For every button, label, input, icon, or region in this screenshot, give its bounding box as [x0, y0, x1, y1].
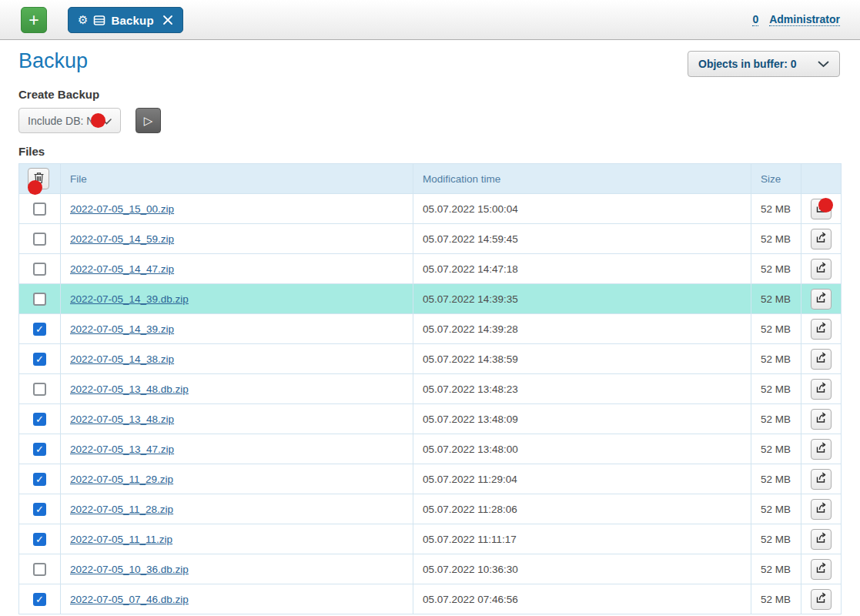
row-checkbox[interactable]	[33, 473, 46, 486]
mtime-cell: 05.07.2022 13:48:00	[413, 434, 751, 464]
table-row: 2022-07-05_13_48.db.zip 05.07.2022 13:48…	[19, 374, 842, 404]
file-link[interactable]: 2022-07-05_10_36.db.zip	[70, 564, 189, 575]
download-button[interactable]	[811, 469, 832, 490]
gear-icon: ⚙	[78, 15, 88, 26]
column-header-actions	[801, 164, 842, 194]
table-row: 2022-07-05_11_29.zip 05.07.2022 11:29:04…	[19, 464, 842, 494]
download-button[interactable]	[811, 439, 832, 460]
file-link[interactable]: 2022-07-05_11_28.zip	[70, 504, 173, 515]
row-checkbox[interactable]	[33, 263, 46, 276]
row-checkbox[interactable]	[33, 233, 46, 246]
row-checkbox[interactable]	[33, 443, 46, 456]
mtime-cell: 05.07.2022 11:11:17	[413, 524, 751, 554]
download-button[interactable]	[811, 379, 832, 400]
table-row: 2022-07-05_14_39.zip 05.07.2022 14:39:28…	[19, 314, 842, 344]
table-row: 2022-07-05_14_47.zip 05.07.2022 14:47:18…	[19, 254, 842, 284]
share-icon	[815, 471, 828, 487]
share-icon	[815, 381, 828, 397]
file-link[interactable]: 2022-07-05_13_48.zip	[70, 413, 174, 425]
files-table: File Modification time Size 2022-07-05_1…	[18, 163, 842, 614]
file-link[interactable]: 2022-07-05_14_47.zip	[70, 263, 174, 275]
page-title: Backup	[18, 49, 88, 73]
share-icon	[815, 441, 828, 457]
size-cell: 52 MB	[751, 224, 801, 254]
size-cell: 52 MB	[751, 374, 801, 404]
size-cell: 52 MB	[751, 344, 801, 374]
download-button[interactable]	[811, 529, 832, 550]
share-icon	[815, 501, 828, 517]
row-checkbox[interactable]	[33, 203, 46, 216]
table-row: 2022-07-05_14_38.zip 05.07.2022 14:38:59…	[19, 344, 842, 374]
row-checkbox[interactable]	[33, 323, 46, 336]
size-cell: 52 MB	[751, 584, 801, 614]
buffer-label: Objects in buffer: 0	[698, 58, 797, 70]
files-heading: Files	[18, 145, 45, 158]
mtime-cell: 05.07.2022 14:39:35	[413, 284, 751, 314]
row-checkbox[interactable]	[33, 383, 46, 396]
mtime-cell: 05.07.2022 14:38:59	[413, 344, 751, 374]
size-cell: 52 MB	[751, 434, 801, 464]
mtime-cell: 05.07.2022 11:28:06	[413, 494, 751, 524]
share-icon	[815, 351, 828, 367]
download-button[interactable]	[811, 589, 832, 610]
add-tab-button[interactable]: +	[21, 7, 47, 33]
plus-icon: +	[28, 10, 38, 30]
table-row: 2022-07-05_14_59.zip 05.07.2022 14:59:45…	[19, 224, 842, 254]
user-link[interactable]: Administrator	[769, 13, 840, 26]
share-icon	[815, 261, 828, 276]
size-cell: 52 MB	[751, 404, 801, 434]
mtime-cell: 05.07.2022 14:39:28	[413, 314, 751, 344]
run-backup-button[interactable]: ▷	[136, 108, 161, 133]
table-row: 2022-07-05_07_46.db.zip 05.07.2022 07:46…	[19, 584, 842, 614]
table-row: 2022-07-05_15_00.zip 05.07.2022 15:00:04…	[19, 194, 842, 224]
size-cell: 52 MB	[751, 554, 801, 584]
download-button[interactable]	[811, 559, 832, 580]
notification-count-link[interactable]: 0	[752, 13, 758, 26]
tab-backup[interactable]: ⚙ Backup	[68, 7, 183, 33]
top-bar: + ⚙ Backup 0 Administrator	[0, 0, 860, 40]
include-db-select[interactable]: Include DB: No	[18, 108, 121, 133]
file-link[interactable]: 2022-07-05_11_11.zip	[70, 534, 172, 545]
column-header-file: File	[61, 164, 413, 194]
buffer-dropdown[interactable]: Objects in buffer: 0	[688, 51, 840, 77]
file-link[interactable]: 2022-07-05_14_39.db.zip	[70, 293, 189, 305]
create-backup-controls: Include DB: No ▷	[18, 108, 161, 133]
download-button[interactable]	[811, 409, 832, 430]
user-area: 0 Administrator	[752, 13, 840, 26]
download-button[interactable]	[811, 319, 832, 340]
size-cell: 52 MB	[751, 254, 801, 284]
mtime-cell: 05.07.2022 13:48:09	[413, 404, 751, 434]
row-checkbox[interactable]	[33, 593, 46, 606]
file-link[interactable]: 2022-07-05_14_38.zip	[70, 353, 174, 365]
file-link[interactable]: 2022-07-05_11_29.zip	[70, 474, 173, 485]
table-row: 2022-07-05_13_48.zip 05.07.2022 13:48:09…	[19, 404, 842, 434]
size-cell: 52 MB	[751, 194, 801, 224]
share-icon	[815, 411, 828, 427]
download-button[interactable]	[811, 289, 832, 310]
close-icon[interactable]	[162, 15, 173, 25]
row-checkbox[interactable]	[33, 413, 46, 426]
size-cell: 52 MB	[751, 314, 801, 344]
download-button[interactable]	[811, 349, 832, 370]
mtime-cell: 05.07.2022 11:29:04	[413, 464, 751, 494]
file-link[interactable]: 2022-07-05_15_00.zip	[70, 203, 174, 215]
file-link[interactable]: 2022-07-05_13_48.db.zip	[70, 383, 189, 395]
row-checkbox[interactable]	[33, 503, 46, 516]
table-row: 2022-07-05_11_11.zip 05.07.2022 11:11:17…	[19, 524, 842, 554]
row-checkbox[interactable]	[33, 353, 46, 366]
file-link[interactable]: 2022-07-05_14_59.zip	[70, 233, 174, 245]
download-button[interactable]	[811, 259, 832, 280]
file-link[interactable]: 2022-07-05_07_46.db.zip	[70, 594, 189, 605]
file-link[interactable]: 2022-07-05_14_39.zip	[70, 323, 174, 335]
size-cell: 52 MB	[751, 284, 801, 314]
row-checkbox[interactable]	[33, 293, 46, 306]
column-header-mtime: Modification time	[413, 164, 751, 194]
row-checkbox[interactable]	[33, 563, 46, 576]
download-button[interactable]	[811, 229, 832, 249]
file-link[interactable]: 2022-07-05_13_47.zip	[70, 444, 174, 455]
size-cell: 52 MB	[751, 524, 801, 554]
row-checkbox[interactable]	[33, 533, 46, 546]
table-row: 2022-07-05_13_47.zip 05.07.2022 13:48:00…	[19, 434, 842, 464]
download-button[interactable]	[811, 499, 832, 520]
share-icon	[815, 291, 828, 306]
